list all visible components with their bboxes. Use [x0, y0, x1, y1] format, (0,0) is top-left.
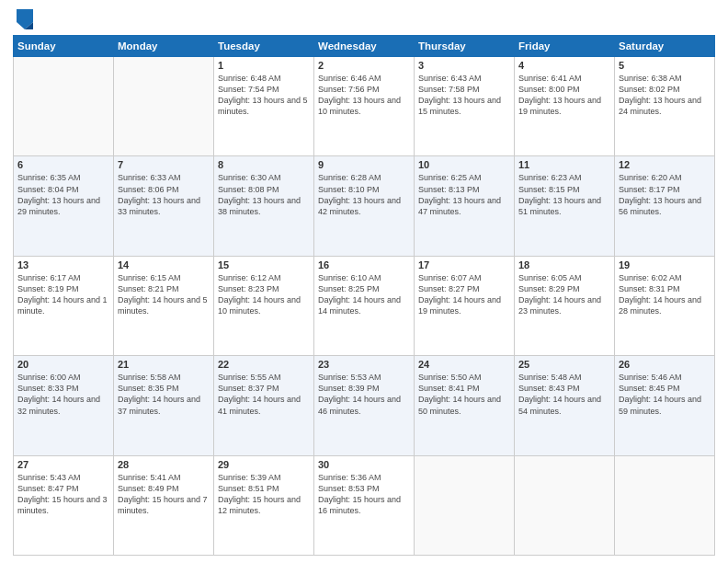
day-number: 19: [619, 259, 711, 270]
calendar-cell: 2Sunrise: 6:46 AM Sunset: 7:56 PM Daylig…: [314, 57, 415, 156]
calendar-cell: 3Sunrise: 6:43 AM Sunset: 7:58 PM Daylig…: [415, 57, 515, 156]
day-number: 2: [318, 60, 410, 71]
calendar-day-header: Monday: [114, 36, 214, 57]
calendar-week-row: 13Sunrise: 6:17 AM Sunset: 8:19 PM Dayli…: [14, 256, 715, 355]
calendar-cell: 24Sunrise: 5:50 AM Sunset: 8:41 PM Dayli…: [415, 356, 515, 455]
calendar-cell: 7Sunrise: 6:33 AM Sunset: 8:06 PM Daylig…: [114, 156, 214, 256]
day-info: Sunrise: 6:07 AM Sunset: 8:27 PM Dayligh…: [418, 272, 510, 317]
day-number: 26: [619, 359, 711, 370]
day-number: 24: [418, 359, 510, 370]
calendar-table: SundayMondayTuesdayWednesdayThursdayFrid…: [13, 35, 715, 556]
calendar-cell: 9Sunrise: 6:28 AM Sunset: 8:10 PM Daylig…: [314, 156, 415, 256]
day-number: 20: [17, 359, 109, 370]
day-info: Sunrise: 5:55 AM Sunset: 8:37 PM Dayligh…: [218, 372, 310, 417]
day-number: 7: [118, 159, 210, 170]
day-info: Sunrise: 6:28 AM Sunset: 8:10 PM Dayligh…: [318, 172, 410, 217]
calendar-cell: 6Sunrise: 6:35 AM Sunset: 8:04 PM Daylig…: [14, 156, 114, 256]
calendar-day-header: Saturday: [615, 36, 715, 57]
day-info: Sunrise: 5:41 AM Sunset: 8:49 PM Dayligh…: [118, 472, 210, 517]
calendar-cell: 13Sunrise: 6:17 AM Sunset: 8:19 PM Dayli…: [14, 256, 114, 355]
calendar-cell: 18Sunrise: 6:05 AM Sunset: 8:29 PM Dayli…: [515, 256, 615, 355]
day-info: Sunrise: 5:48 AM Sunset: 8:43 PM Dayligh…: [518, 372, 610, 417]
page: SundayMondayTuesdayWednesdayThursdayFrid…: [0, 0, 728, 563]
calendar-cell: 17Sunrise: 6:07 AM Sunset: 8:27 PM Dayli…: [415, 256, 515, 355]
day-info: Sunrise: 5:50 AM Sunset: 8:41 PM Dayligh…: [418, 372, 510, 417]
calendar-cell: 26Sunrise: 5:46 AM Sunset: 8:45 PM Dayli…: [615, 356, 715, 455]
day-info: Sunrise: 6:05 AM Sunset: 8:29 PM Dayligh…: [518, 272, 610, 317]
calendar-cell: 21Sunrise: 5:58 AM Sunset: 8:35 PM Dayli…: [114, 356, 214, 455]
day-info: Sunrise: 6:48 AM Sunset: 7:54 PM Dayligh…: [218, 73, 310, 118]
day-info: Sunrise: 6:02 AM Sunset: 8:31 PM Dayligh…: [619, 272, 711, 317]
calendar-day-header: Sunday: [14, 36, 114, 57]
day-number: 16: [318, 259, 410, 270]
logo-icon: [17, 9, 33, 29]
calendar-cell: [615, 455, 715, 555]
calendar-day-header: Wednesday: [314, 36, 415, 57]
logo: [13, 9, 33, 29]
day-number: 4: [518, 60, 610, 71]
day-info: Sunrise: 6:23 AM Sunset: 8:15 PM Dayligh…: [518, 172, 610, 217]
calendar-cell: 8Sunrise: 6:30 AM Sunset: 8:08 PM Daylig…: [214, 156, 314, 256]
day-number: 5: [619, 60, 711, 71]
day-info: Sunrise: 6:43 AM Sunset: 7:58 PM Dayligh…: [418, 73, 510, 118]
day-number: 23: [318, 359, 410, 370]
day-number: 6: [17, 159, 109, 170]
calendar-cell: 20Sunrise: 6:00 AM Sunset: 8:33 PM Dayli…: [14, 356, 114, 455]
day-info: Sunrise: 6:10 AM Sunset: 8:25 PM Dayligh…: [318, 272, 410, 317]
calendar-cell: 10Sunrise: 6:25 AM Sunset: 8:13 PM Dayli…: [415, 156, 515, 256]
calendar-cell: 4Sunrise: 6:41 AM Sunset: 8:00 PM Daylig…: [515, 57, 615, 156]
day-number: 14: [118, 259, 210, 270]
day-info: Sunrise: 5:53 AM Sunset: 8:39 PM Dayligh…: [318, 372, 410, 417]
calendar-cell: 25Sunrise: 5:48 AM Sunset: 8:43 PM Dayli…: [515, 356, 615, 455]
day-info: Sunrise: 6:20 AM Sunset: 8:17 PM Dayligh…: [619, 172, 711, 217]
calendar-cell: [415, 455, 515, 555]
day-info: Sunrise: 6:33 AM Sunset: 8:06 PM Dayligh…: [118, 172, 210, 217]
day-info: Sunrise: 6:46 AM Sunset: 7:56 PM Dayligh…: [318, 73, 410, 118]
day-info: Sunrise: 5:39 AM Sunset: 8:51 PM Dayligh…: [218, 472, 310, 517]
calendar-cell: 14Sunrise: 6:15 AM Sunset: 8:21 PM Dayli…: [114, 256, 214, 355]
day-info: Sunrise: 6:30 AM Sunset: 8:08 PM Dayligh…: [218, 172, 310, 217]
calendar-cell: 19Sunrise: 6:02 AM Sunset: 8:31 PM Dayli…: [615, 256, 715, 355]
calendar-day-header: Thursday: [415, 36, 515, 57]
day-info: Sunrise: 6:00 AM Sunset: 8:33 PM Dayligh…: [17, 372, 109, 417]
day-info: Sunrise: 6:15 AM Sunset: 8:21 PM Dayligh…: [118, 272, 210, 317]
calendar-week-row: 27Sunrise: 5:43 AM Sunset: 8:47 PM Dayli…: [14, 455, 715, 555]
day-info: Sunrise: 6:25 AM Sunset: 8:13 PM Dayligh…: [418, 172, 510, 217]
day-number: 12: [619, 159, 711, 170]
calendar-cell: [114, 57, 214, 156]
calendar-week-row: 20Sunrise: 6:00 AM Sunset: 8:33 PM Dayli…: [14, 356, 715, 455]
day-info: Sunrise: 5:46 AM Sunset: 8:45 PM Dayligh…: [619, 372, 711, 417]
day-number: 28: [118, 459, 210, 470]
day-info: Sunrise: 6:35 AM Sunset: 8:04 PM Dayligh…: [17, 172, 109, 217]
day-number: 21: [118, 359, 210, 370]
calendar-cell: 23Sunrise: 5:53 AM Sunset: 8:39 PM Dayli…: [314, 356, 415, 455]
day-number: 13: [17, 259, 109, 270]
calendar-day-header: Friday: [515, 36, 615, 57]
day-number: 29: [218, 459, 310, 470]
day-number: 10: [418, 159, 510, 170]
calendar-cell: 22Sunrise: 5:55 AM Sunset: 8:37 PM Dayli…: [214, 356, 314, 455]
calendar-cell: 30Sunrise: 5:36 AM Sunset: 8:53 PM Dayli…: [314, 455, 415, 555]
header: [13, 9, 715, 29]
day-info: Sunrise: 5:36 AM Sunset: 8:53 PM Dayligh…: [318, 472, 410, 517]
calendar-cell: 1Sunrise: 6:48 AM Sunset: 7:54 PM Daylig…: [214, 57, 314, 156]
calendar-cell: 11Sunrise: 6:23 AM Sunset: 8:15 PM Dayli…: [515, 156, 615, 256]
day-number: 8: [218, 159, 310, 170]
day-number: 9: [318, 159, 410, 170]
day-number: 15: [218, 259, 310, 270]
calendar-day-header: Tuesday: [214, 36, 314, 57]
calendar-cell: 5Sunrise: 6:38 AM Sunset: 8:02 PM Daylig…: [615, 57, 715, 156]
calendar-cell: [14, 57, 114, 156]
day-number: 18: [518, 259, 610, 270]
day-info: Sunrise: 6:41 AM Sunset: 8:00 PM Dayligh…: [518, 73, 610, 118]
calendar-cell: 27Sunrise: 5:43 AM Sunset: 8:47 PM Dayli…: [14, 455, 114, 555]
day-number: 11: [518, 159, 610, 170]
calendar-cell: [515, 455, 615, 555]
calendar-cell: 16Sunrise: 6:10 AM Sunset: 8:25 PM Dayli…: [314, 256, 415, 355]
day-info: Sunrise: 6:38 AM Sunset: 8:02 PM Dayligh…: [619, 73, 711, 118]
calendar-week-row: 1Sunrise: 6:48 AM Sunset: 7:54 PM Daylig…: [14, 57, 715, 156]
day-number: 3: [418, 60, 510, 71]
day-number: 22: [218, 359, 310, 370]
calendar-cell: 12Sunrise: 6:20 AM Sunset: 8:17 PM Dayli…: [615, 156, 715, 256]
day-info: Sunrise: 6:17 AM Sunset: 8:19 PM Dayligh…: [17, 272, 109, 317]
